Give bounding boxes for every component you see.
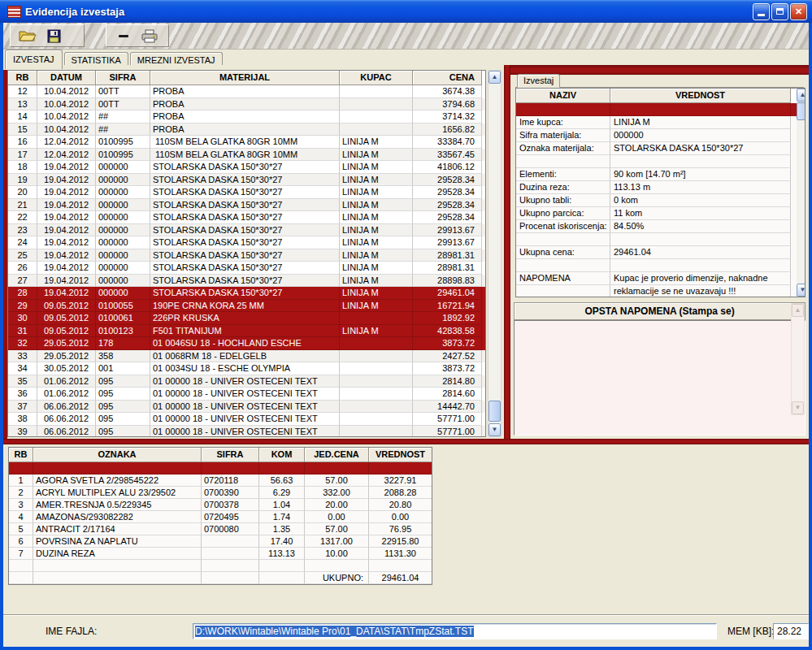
collapse-button[interactable] bbox=[114, 27, 133, 45]
item-row[interactable]: 4AMAZONAS/29308228207204951.740.000.00 bbox=[9, 511, 432, 523]
detail-row[interactable]: Elementi:90 kom [14.70 m²] bbox=[516, 168, 805, 181]
item-row[interactable] bbox=[9, 462, 432, 474]
table-cell: STOLARSKA DASKA 150*30*27 bbox=[150, 287, 340, 300]
table-row[interactable]: 1612.04.20120100995 110SM BELA GLATKA 80… bbox=[8, 136, 485, 149]
detail-row[interactable]: Ime kupca:LINIJA M bbox=[516, 116, 805, 129]
table-row[interactable]: 3430.05.201200101 0034SU 18 - ESCHE OLYM… bbox=[8, 362, 485, 375]
table-cell: STOLARSKA DASKA 150*30*27 bbox=[150, 262, 340, 275]
table-cell: 25 bbox=[8, 249, 37, 262]
item-row[interactable]: 6POVRSINA ZA NAPLATU17.401317.0022915.80 bbox=[9, 535, 432, 548]
detail-row[interactable]: Ukupno tabli:0 kom bbox=[516, 194, 805, 207]
table-row[interactable]: 1410.04.2012##PROBA3714.32 bbox=[8, 110, 485, 124]
column-header-sifra[interactable]: SIFRA bbox=[202, 448, 259, 462]
detail-row[interactable]: NAPOMENAKupac je proverio dimenzije, nak… bbox=[516, 272, 805, 285]
table-row[interactable]: 3109.05.20120100123F501 TITANIJUMLINIJA … bbox=[8, 325, 485, 338]
scroll-down-icon[interactable]: ▼ bbox=[792, 401, 804, 414]
table-cell: 1656.82 bbox=[413, 124, 482, 136]
tab-detail-izvestaj[interactable]: Izvestaj bbox=[517, 74, 560, 88]
column-header-kupac[interactable]: KUPAC bbox=[340, 71, 413, 85]
table-row[interactable]: 1919.04.2012000000STOLARSKA DASKA 150*30… bbox=[8, 174, 485, 187]
save-button[interactable] bbox=[44, 27, 63, 45]
scroll-up-icon[interactable]: ▲ bbox=[797, 89, 805, 102]
column-header-jed-cena[interactable]: JED.CENA bbox=[305, 448, 369, 462]
detail-table-scrollbar[interactable]: ▲ ▼ bbox=[797, 89, 805, 297]
item-row[interactable]: 3AMER.TRESNJA 0.5/22934507003781.0420.00… bbox=[9, 499, 432, 511]
table-row[interactable]: 2019.04.2012000000STOLARSKA DASKA 150*30… bbox=[8, 186, 485, 199]
close-button[interactable]: ✕ bbox=[790, 3, 807, 20]
table-row[interactable]: 2719.04.2012000000STOLARSKA DASKA 150*30… bbox=[8, 275, 485, 288]
main-table-scrollbar[interactable]: ▲ ▼ bbox=[488, 70, 502, 437]
detail-row[interactable]: Ukupna cena:29461.04 bbox=[516, 246, 805, 259]
column-header-vrednost[interactable]: VREDNOST bbox=[369, 448, 432, 462]
detail-row[interactable] bbox=[516, 103, 805, 116]
table-cell: DUZINA REZA bbox=[33, 548, 202, 560]
table-row[interactable]: 3706.06.201209501 00000 18 - UNIVER OSTE… bbox=[8, 401, 485, 414]
item-row[interactable]: 7DUZINA REZA113.1310.001131.30 bbox=[9, 548, 432, 560]
table-row[interactable]: 1210.04.201200TTPROBA3674.38 bbox=[8, 85, 485, 98]
table-cell bbox=[340, 124, 413, 136]
item-row[interactable]: 2ACRYL MULTIPLEX ALU 23/2950207003906.29… bbox=[9, 487, 432, 499]
detail-row[interactable] bbox=[516, 155, 805, 168]
detail-naziv-cell: Duzina reza: bbox=[516, 181, 610, 194]
table-row[interactable]: 3906.06.201209501 00000 18 - UNIVER OSTE… bbox=[8, 426, 485, 438]
table-row[interactable]: 1819.04.2012000000STOLARSKA DASKA 150*30… bbox=[8, 161, 485, 174]
maximize-button[interactable] bbox=[771, 3, 788, 20]
table-cell: 01 0068RM 18 - EDELGELB bbox=[150, 350, 340, 363]
table-row[interactable]: 2319.04.2012000000STOLARSKA DASKA 150*30… bbox=[8, 224, 485, 237]
table-row[interactable]: 2909.05.20120100055190PE CRNA KORA 25 MM… bbox=[8, 300, 485, 313]
opsta-napomena-textarea[interactable] bbox=[514, 320, 805, 436]
table-row[interactable]: 2119.04.2012000000STOLARSKA DASKA 150*30… bbox=[8, 199, 485, 212]
column-header-datum[interactable]: DATUM bbox=[37, 71, 96, 85]
table-row[interactable]: 3601.06.201209501 00000 18 - UNIVER OSTE… bbox=[8, 388, 485, 401]
column-header-rb[interactable]: RB bbox=[8, 71, 37, 85]
detail-row[interactable]: Sifra materijala:000000 bbox=[516, 129, 805, 142]
table-row[interactable]: 2819.04.2012000000STOLARSKA DASKA 150*30… bbox=[8, 287, 485, 300]
print-button[interactable] bbox=[140, 27, 159, 45]
table-row[interactable]: 2519.04.2012000000STOLARSKA DASKA 150*30… bbox=[8, 249, 485, 262]
column-header-kom[interactable]: KOM bbox=[259, 448, 305, 462]
table-row[interactable]: 3806.06.201209501 00000 18 - UNIVER OSTE… bbox=[8, 413, 485, 426]
table-row[interactable]: 2619.04.2012000000STOLARSKA DASKA 150*30… bbox=[8, 262, 485, 275]
detail-row[interactable]: Duzina reza:113.13 m bbox=[516, 181, 805, 194]
table-cell: 22915.80 bbox=[369, 535, 432, 548]
scrollbar-thumb[interactable] bbox=[797, 102, 805, 120]
file-path-input[interactable]: D:\WORK\Wintable\Wintable Pro\01_DATA\ST… bbox=[193, 623, 717, 639]
table-row[interactable]: 3009.05.20120100061226PR KRUSKA1892.92 bbox=[8, 312, 485, 325]
item-row[interactable]: UKUPNO:29461.04 bbox=[9, 572, 432, 584]
column-header-materijal[interactable]: MATERIJAL bbox=[150, 71, 340, 85]
table-cell bbox=[340, 426, 413, 438]
scroll-up-icon[interactable]: ▲ bbox=[489, 71, 501, 84]
column-header-rb[interactable]: RB bbox=[9, 448, 33, 462]
item-row[interactable] bbox=[9, 560, 432, 572]
table-row[interactable]: 2219.04.2012000000STOLARSKA DASKA 150*30… bbox=[8, 211, 485, 224]
table-row[interactable]: 1310.04.201200TTPROBA3794.68 bbox=[8, 98, 485, 111]
scroll-down-icon[interactable]: ▼ bbox=[797, 284, 805, 297]
tab-izvestaj[interactable]: IZVESTAJ bbox=[5, 50, 63, 69]
table-cell: 30.05.2012 bbox=[37, 362, 96, 375]
scrollbar-thumb[interactable] bbox=[489, 401, 501, 422]
table-row[interactable]: 1510.04.2012##PROBA1656.82 bbox=[8, 124, 485, 136]
opsta-scrollbar[interactable]: ▲ ▼ bbox=[791, 303, 805, 415]
detail-row[interactable]: Ukupno parcica:11 kom bbox=[516, 207, 805, 220]
detail-row[interactable]: reklamacije se ne uvazavaju !!! bbox=[516, 285, 805, 297]
detail-row[interactable]: Oznaka materijala:STOLARSKA DASKA 150*30… bbox=[516, 142, 805, 155]
detail-row[interactable] bbox=[516, 259, 805, 272]
table-row[interactable]: 3501.06.201209501 00000 18 - UNIVER OSTE… bbox=[8, 375, 485, 388]
detail-row[interactable] bbox=[516, 233, 805, 246]
table-row[interactable]: 3329.05.201235801 0068RM 18 - EDELGELB24… bbox=[8, 350, 485, 363]
table-cell: UKUPNO: bbox=[305, 572, 369, 584]
table-cell: STOLARSKA DASKA 150*30*27 bbox=[150, 199, 340, 212]
item-row[interactable]: 5ANTRACIT 2/1716407000801.3557.0076.95 bbox=[9, 523, 432, 535]
minimize-button[interactable] bbox=[753, 3, 770, 20]
table-row[interactable]: 3229.05.201217801 0046SU 18 - HOCHLAND E… bbox=[8, 337, 485, 350]
column-header-sifra[interactable]: SIFRA bbox=[96, 71, 150, 85]
table-row[interactable]: 2419.04.2012000000STOLARSKA DASKA 150*30… bbox=[8, 236, 485, 249]
column-header-oznaka[interactable]: OZNAKA bbox=[33, 448, 202, 462]
scroll-up-icon[interactable]: ▲ bbox=[792, 304, 804, 317]
detail-row[interactable]: Procenat iskoriscenja:84.50% bbox=[516, 220, 805, 233]
item-row[interactable]: 1AGORA SVETLA 2/298545222072011856.6357.… bbox=[9, 474, 432, 487]
scroll-down-icon[interactable]: ▼ bbox=[489, 423, 501, 436]
column-header-cena[interactable]: CENA bbox=[413, 71, 482, 85]
table-row[interactable]: 1712.04.20120100995 110SM BELA GLATKA 80… bbox=[8, 149, 485, 162]
open-file-button[interactable] bbox=[18, 27, 37, 45]
